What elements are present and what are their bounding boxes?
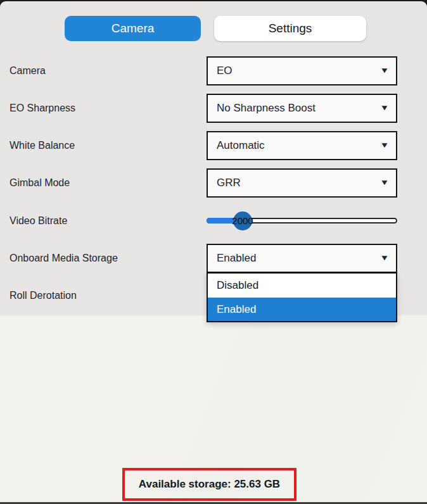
available-storage-highlight-box: Available storage: 25.63 GB [122, 468, 296, 501]
gimbal-mode-select-value: GRR [217, 177, 241, 189]
camera-label: Camera [10, 65, 46, 77]
gimbal-mode-label: Gimbal Mode [10, 177, 70, 189]
row-white-balance: White Balance Automatic ▼ [0, 131, 427, 160]
roll-derotation-label: Roll Derotation [10, 290, 77, 301]
onboard-media-storage-dropdown-menu: Disabled Enabled [207, 272, 397, 322]
onboard-media-storage-select-value: Enabled [217, 252, 256, 265]
option-enabled[interactable]: Enabled [208, 298, 396, 321]
available-storage-text: Available storage: 25.63 GB [139, 478, 280, 491]
chevron-down-icon: ▼ [380, 253, 390, 262]
camera-select-value: EO [217, 65, 233, 77]
chevron-down-icon: ▼ [380, 178, 390, 187]
eo-sharpness-label: EO Sharpness [10, 103, 75, 114]
white-balance-select[interactable]: Automatic ▼ [207, 131, 397, 160]
option-disabled-label: Disabled [217, 279, 258, 292]
eo-sharpness-select[interactable]: No Sharpness Boost ▼ [207, 94, 397, 123]
white-balance-select-value: Automatic [217, 139, 265, 152]
onboard-media-storage-select[interactable]: Enabled ▼ [207, 244, 397, 273]
row-eo-sharpness: EO Sharpness No Sharpness Boost ▼ [0, 94, 427, 123]
video-bitrate-label: Video Bitrate [10, 215, 67, 227]
row-gimbal-mode: Gimbal Mode GRR ▼ [0, 168, 427, 198]
tab-settings-label: Settings [269, 22, 312, 35]
eo-sharpness-select-value: No Sharpness Boost [217, 102, 315, 115]
tab-camera[interactable]: Camera [65, 16, 201, 41]
chevron-down-icon: ▼ [380, 66, 390, 75]
row-camera: Camera EO ▼ [0, 56, 427, 85]
option-enabled-label: Enabled [217, 303, 256, 316]
chevron-down-icon: ▼ [380, 103, 390, 112]
gimbal-mode-select[interactable]: GRR ▼ [207, 168, 397, 198]
tab-settings[interactable]: Settings [214, 16, 366, 41]
tab-camera-label: Camera [112, 22, 155, 35]
row-onboard-media-storage: Onboard Media Storage Enabled ▼ [0, 244, 427, 273]
onboard-media-storage-label: Onboard Media Storage [10, 253, 118, 264]
chevron-down-icon: ▼ [380, 141, 390, 149]
option-disabled[interactable]: Disabled [208, 274, 396, 298]
camera-select[interactable]: EO ▼ [207, 56, 397, 85]
video-bitrate-value: 2000 [228, 215, 257, 226]
white-balance-label: White Balance [10, 140, 75, 151]
